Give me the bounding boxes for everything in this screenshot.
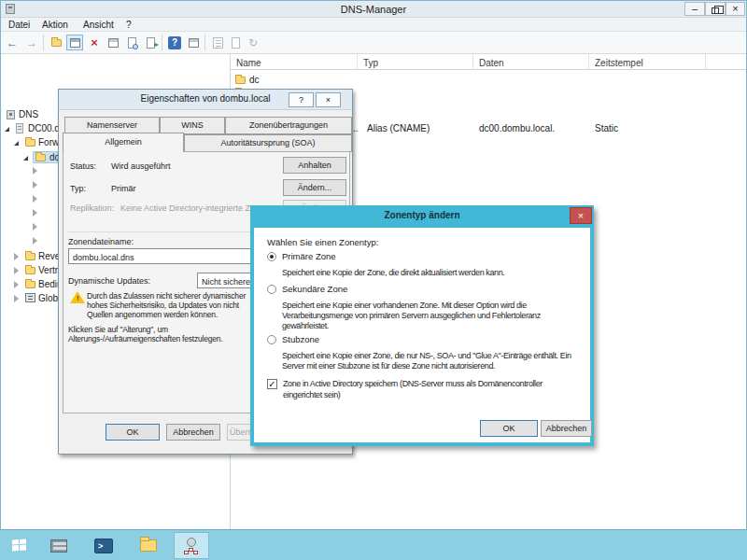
server-manager-taskbar-icon[interactable] (41, 532, 77, 559)
windows-logo-icon (12, 539, 27, 552)
aging-line: Klicken Sie auf "Alterung", um (68, 325, 168, 334)
dynamische-updates-label: Dynamische Updates: (68, 276, 150, 286)
radio-primaere-zone-label[interactable]: Primäre Zone (282, 251, 336, 261)
option-desc: Verarbeitungsmenge von primären Servern … (282, 311, 541, 320)
up-level-icon[interactable] (48, 35, 64, 50)
radio-stubzone[interactable] (267, 335, 276, 344)
explorer-taskbar-icon[interactable] (131, 532, 166, 559)
expander-closed-icon[interactable] (14, 281, 19, 288)
folder-icon (25, 267, 35, 274)
dns-manager-taskbar-icon[interactable] (174, 532, 209, 559)
expander-open-icon[interactable] (14, 141, 19, 146)
properties-icon[interactable] (105, 35, 121, 50)
folder-icon (25, 139, 35, 147)
column-divider[interactable] (357, 54, 358, 70)
option-desc: gewährleistet. (282, 321, 329, 330)
aendern-typ-button[interactable]: Ändern... (283, 179, 346, 196)
powershell-taskbar-icon[interactable]: > (86, 532, 121, 559)
restore-icon (712, 7, 719, 14)
dialog-titlebar[interactable]: Zonentyp ändern × (250, 205, 594, 228)
menu-hilfe[interactable]: ? (126, 20, 132, 30)
report-icon[interactable] (227, 35, 244, 50)
help-icon[interactable]: ? (166, 35, 183, 50)
list-row-daten[interactable]: dc00.dombu.local. (479, 123, 555, 133)
zone-type-dialog: Zonentyp ändern × Wählen Sie einen Zonen… (250, 205, 594, 446)
dialog-help-button[interactable]: ? (289, 92, 314, 107)
expander-closed-icon[interactable] (14, 295, 19, 302)
menu-aktion[interactable]: Aktion (42, 20, 68, 30)
option-desc: Speichert eine Kopie einer Zone, die nur… (282, 351, 571, 360)
column-divider[interactable] (472, 54, 473, 70)
menu-ansicht[interactable]: Ansicht (83, 20, 114, 30)
expander-closed-icon[interactable] (14, 267, 19, 274)
expander-open-icon[interactable] (5, 127, 9, 132)
ok-button[interactable]: OK (480, 420, 538, 437)
tab-zonenuebertragungen[interactable]: Zonenübertragungen (225, 117, 352, 134)
refresh-icon[interactable]: ↻ (245, 35, 261, 50)
option-desc: Server mit einer Stubzone ist für diese … (282, 361, 495, 371)
column-name[interactable]: Name (236, 58, 261, 68)
expander-closed-icon[interactable] (33, 223, 37, 231)
column-typ[interactable]: Typ (363, 58, 378, 68)
minimize-button[interactable]: – (684, 2, 705, 16)
list-row-name[interactable]: dc (249, 75, 260, 85)
explorer-folder-icon (140, 539, 157, 552)
column-divider[interactable] (588, 54, 589, 70)
ad-store-checkbox[interactable]: ✓ (267, 379, 277, 389)
menu-datei[interactable]: Datei (8, 20, 30, 30)
column-zeitstempel[interactable]: Zeitstempel (595, 58, 643, 68)
new-window-icon[interactable] (185, 35, 202, 50)
toolbar-separator (162, 35, 162, 50)
ok-button[interactable]: OK (106, 424, 160, 441)
ad-store-checkbox-label[interactable]: Zone in Active Directory speichern (DNS-… (283, 379, 543, 388)
powershell-icon: > (94, 539, 113, 553)
expander-closed-icon[interactable] (33, 209, 37, 217)
back-icon[interactable]: ← (4, 35, 21, 50)
expander-closed-icon[interactable] (33, 237, 37, 245)
filter-icon[interactable] (123, 35, 140, 50)
expander-open-icon[interactable] (23, 156, 28, 161)
show-console-tree-icon[interactable] (66, 35, 83, 50)
restore-button[interactable] (705, 2, 726, 16)
forward-icon[interactable]: → (23, 35, 40, 50)
typ-label: Typ: (70, 184, 86, 193)
export-arrow: ▸ (154, 40, 158, 49)
list-row-zeitstempel[interactable]: Static (595, 123, 618, 133)
expander-closed-icon[interactable] (14, 253, 19, 260)
toolbar-separator (204, 35, 205, 50)
global-logs-icon (25, 293, 35, 302)
folder-icon (235, 77, 246, 84)
close-button[interactable]: × (726, 2, 745, 16)
abbrechen-button[interactable]: Abbrechen (541, 420, 592, 437)
radio-sekundaere-zone[interactable] (267, 285, 276, 294)
list-row-name-truncated[interactable]: .. (353, 123, 359, 133)
record-list-icon[interactable] (209, 35, 226, 50)
properties-glyph (108, 38, 119, 48)
expander-closed-icon[interactable] (33, 195, 37, 203)
radio-stubzone-label[interactable]: Stubzone (282, 334, 319, 344)
folder-icon (25, 253, 35, 260)
tab-soa[interactable]: Autoritätsursprung (SOA) (184, 134, 352, 152)
console-window-glyph (70, 38, 80, 48)
dialog-close-button[interactable]: × (316, 92, 341, 107)
export-list-icon[interactable]: ▸ (142, 35, 159, 50)
list-row-typ[interactable]: Alias (CNAME) (367, 123, 430, 133)
delete-icon[interactable]: × (86, 35, 103, 50)
tab-allgemein[interactable]: Allgemein (63, 133, 184, 152)
radio-primaere-zone[interactable] (267, 252, 276, 261)
titlebar[interactable]: DNS-Manager – × (1, 1, 746, 18)
window-title: DNS-Manager (1, 4, 746, 15)
start-button[interactable] (2, 532, 37, 559)
anhalten-button[interactable]: Anhalten (283, 157, 346, 174)
tree-item-dns[interactable]: DNS (19, 109, 38, 119)
dialog-close-button[interactable]: × (570, 207, 592, 224)
zone-icon (35, 154, 46, 161)
radio-sekundaere-zone-label[interactable]: Sekundäre Zone (282, 284, 347, 294)
abbrechen-button[interactable]: Abbrechen (166, 424, 220, 441)
list-glyph (213, 37, 223, 49)
aging-line: Alterungs-/Aufräumeigenschaften festzule… (68, 334, 223, 343)
column-divider[interactable] (705, 54, 706, 70)
expander-closed-icon[interactable] (33, 167, 37, 175)
expander-closed-icon[interactable] (33, 181, 37, 189)
column-daten[interactable]: Daten (479, 58, 504, 68)
